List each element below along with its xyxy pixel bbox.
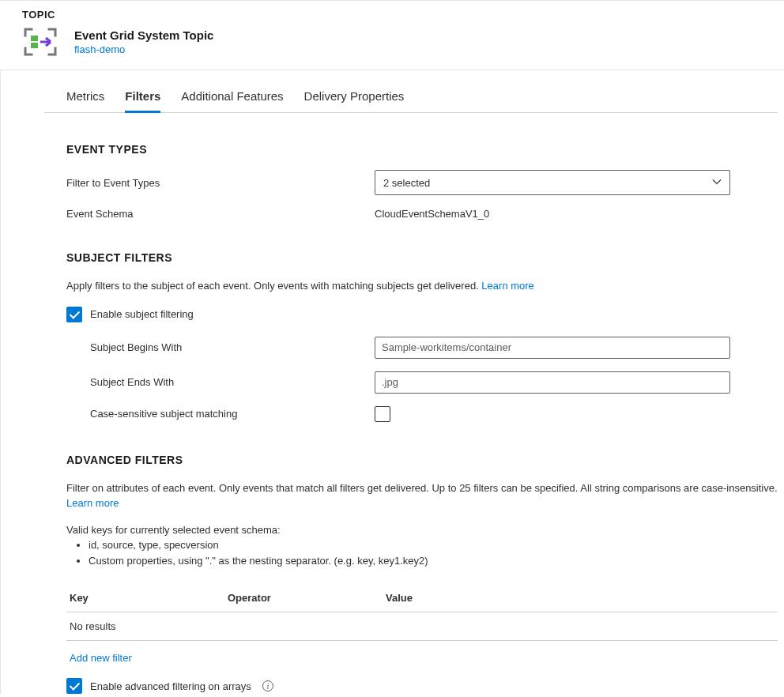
col-value: Value — [386, 592, 775, 604]
subject-filters-help-text: Apply filters to the subject of each eve… — [66, 280, 479, 292]
tab-filters[interactable]: Filters — [125, 88, 160, 113]
enable-subject-filtering-label: Enable subject filtering — [90, 308, 194, 320]
svg-rect-1 — [31, 43, 38, 48]
valid-keys-item: id, source, type, specversion — [89, 537, 778, 554]
subject-ends-label: Subject Ends With — [66, 376, 375, 388]
info-icon[interactable]: i — [262, 680, 273, 691]
event-schema-value: CloudEventSchemaV1_0 — [375, 208, 489, 220]
case-sensitive-label: Case-sensitive subject matching — [66, 408, 375, 420]
topic-name-link[interactable]: flash-demo — [74, 43, 213, 55]
subject-filters-help: Apply filters to the subject of each eve… — [66, 278, 778, 294]
subject-ends-input[interactable] — [375, 371, 730, 394]
enable-advanced-filtering-arrays-label: Enable advanced filtering on arrays — [90, 680, 251, 692]
subject-filters-learn-more-link[interactable]: Learn more — [481, 280, 533, 292]
event-grid-topic-icon — [22, 25, 58, 58]
enable-advanced-filtering-arrays-checkbox[interactable] — [66, 678, 82, 694]
topic-title: Event Grid System Topic — [74, 28, 213, 42]
subject-filters-title: SUBJECT FILTERS — [66, 251, 778, 264]
tab-metrics[interactable]: Metrics — [66, 88, 104, 112]
tabs: Metrics Filters Additional Features Deli… — [44, 88, 778, 113]
no-results-row: No results — [66, 612, 778, 641]
section-advanced-filters: ADVANCED FILTERS Filter on attributes of… — [66, 454, 778, 695]
topic-header: TOPIC Event Grid System Topic flash-demo — [0, 0, 784, 70]
filter-event-types-select[interactable]: 2 selected — [375, 170, 730, 195]
section-subject-filters: SUBJECT FILTERS Apply filters to the sub… — [66, 251, 778, 422]
header-label: TOPIC — [13, 9, 771, 21]
chevron-down-icon — [712, 177, 722, 189]
section-event-types: EVENT TYPES Filter to Event Types 2 sele… — [66, 143, 778, 220]
add-new-filter-link[interactable]: Add new filter — [70, 652, 132, 664]
advanced-filters-help: Filter on attributes of each event. Only… — [66, 480, 778, 511]
valid-keys-label: Valid keys for currently selected event … — [66, 524, 778, 536]
advanced-filters-help-text: Filter on attributes of each event. Only… — [66, 482, 778, 494]
col-key: Key — [70, 592, 228, 604]
tab-additional-features[interactable]: Additional Features — [181, 88, 283, 112]
advanced-filters-learn-more-link[interactable]: Learn more — [66, 497, 119, 509]
advanced-filters-table: Key Operator Value No results — [66, 586, 778, 641]
subject-begins-label: Subject Begins With — [66, 341, 375, 353]
subject-begins-input[interactable] — [375, 337, 730, 359]
filter-event-types-value: 2 selected — [383, 177, 430, 189]
filter-event-types-label: Filter to Event Types — [66, 177, 375, 189]
valid-keys-list: id, source, type, specversion Custom pro… — [66, 537, 778, 571]
col-operator: Operator — [228, 592, 386, 604]
case-sensitive-checkbox[interactable] — [375, 406, 390, 422]
event-types-title: EVENT TYPES — [66, 143, 778, 156]
svg-rect-0 — [31, 36, 38, 41]
enable-subject-filtering-checkbox[interactable] — [66, 307, 82, 322]
valid-keys-item: Custom properties, using "." as the nest… — [89, 553, 778, 570]
event-schema-label: Event Schema — [66, 208, 375, 220]
tab-delivery-properties[interactable]: Delivery Properties — [304, 88, 405, 112]
advanced-filters-title: ADVANCED FILTERS — [66, 454, 778, 466]
